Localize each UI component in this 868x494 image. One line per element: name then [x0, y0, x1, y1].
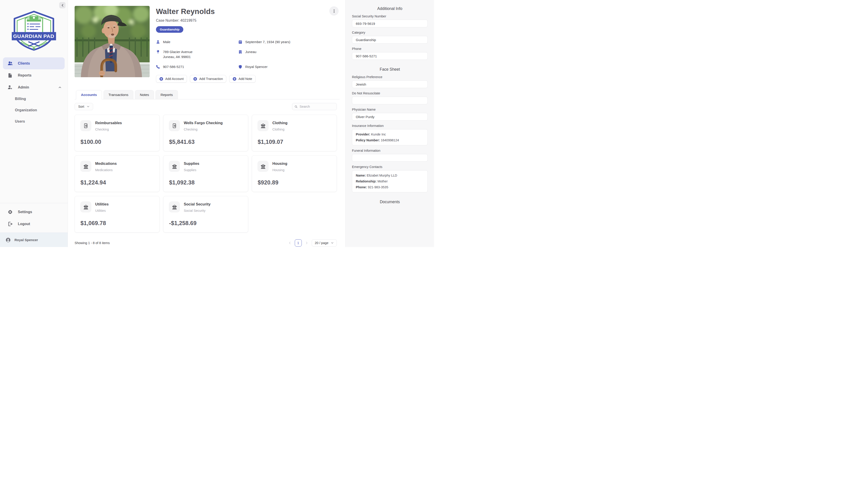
account-balance: $1,224.94 [80, 179, 106, 186]
category-field[interactable]: Guardianship [352, 36, 428, 43]
account-balance: $100.00 [80, 139, 101, 145]
funeral-field[interactable] [352, 154, 428, 162]
account-balance: $1,109.07 [258, 139, 283, 145]
tab-reports[interactable]: Reports [156, 90, 178, 99]
account-card[interactable]: Housing Housing $920.89 [252, 155, 337, 192]
sidebar-item-clients[interactable]: Clients [3, 57, 65, 69]
chevron-down-icon [87, 105, 90, 108]
sidebar-item-label: Admin [18, 86, 29, 90]
account-card[interactable]: Social Security Social Security -$1,258.… [163, 196, 248, 232]
sidebar-item-logout[interactable]: Logout [3, 218, 65, 230]
emergency-group: Emergency Contacts Name: Elizabet Murphy… [352, 165, 428, 192]
city-value: Juneau [245, 50, 256, 55]
sidebar-item-users[interactable]: Users [3, 116, 65, 127]
tab-notes[interactable]: Notes [135, 90, 154, 99]
birthdate-field: September 7, 1934 (90 years) [238, 39, 340, 45]
account-type: Medications [95, 168, 116, 172]
account-card[interactable]: Medications Medications $1,224.94 [75, 155, 160, 192]
plus-circle-icon [193, 77, 197, 81]
phone-group: Phone 907-586-5271 [352, 47, 428, 60]
gender-value: Male [163, 39, 170, 45]
guardian-value: Royal Spencer [245, 64, 267, 70]
page-number[interactable]: 1 [295, 239, 302, 247]
account-type: Checking [184, 128, 223, 131]
gear-icon [8, 210, 13, 214]
pager: 1 20 / page [288, 239, 337, 247]
account-balance: -$1,258.69 [169, 220, 197, 226]
quick-actions: Add Account Add Transaction Add Note [156, 75, 340, 83]
sidebar-item-organization[interactable]: Organization [3, 104, 65, 116]
account-type: Utilities [95, 209, 109, 212]
document-icon [8, 73, 13, 78]
case-number: Case Number: 40219975 [156, 19, 340, 23]
more-actions-button[interactable] [329, 6, 339, 16]
category-badge: Guardianship [156, 26, 183, 33]
brand-name: GUARDIAN PAD [13, 33, 54, 39]
search-box[interactable] [292, 103, 337, 110]
account-card[interactable]: Supplies Supplies $1,092.38 [163, 155, 248, 192]
account-card[interactable]: Reimbursables Checking $100.00 [75, 115, 160, 151]
account-balance: $1,069.78 [80, 220, 106, 226]
chevron-down-icon [331, 242, 333, 244]
accounts-grid: Reimbursables Checking $100.00 Wells Far… [75, 115, 340, 232]
tab-transactions[interactable]: Transactions [104, 90, 133, 99]
city-field: Juneau [238, 50, 340, 60]
dnr-field[interactable] [352, 97, 428, 104]
sidebar-collapse-button[interactable] [59, 2, 66, 8]
account-balance: $5,841.63 [169, 139, 195, 145]
bank-icon [169, 161, 180, 172]
category-group: Category Guardianship [352, 31, 428, 43]
phone-icon [156, 65, 160, 69]
account-type: Social Security [184, 209, 211, 212]
bank-icon [80, 161, 91, 172]
items-summary: Showing 1 - 8 of 8 items [75, 241, 110, 245]
sidebar-item-reports[interactable]: Reports [3, 69, 65, 81]
sidebar-item-settings[interactable]: Settings [3, 206, 65, 218]
search-input[interactable] [299, 104, 334, 109]
sidebar-subitem-label: Users [15, 119, 25, 124]
user-circle-icon [6, 238, 11, 243]
address-field: 789 Glacier Avenue Juneau, AK 99801 [156, 50, 238, 60]
funeral-label: Funeral Information [352, 149, 428, 152]
next-page-icon[interactable] [305, 241, 308, 245]
ssn-field[interactable]: 693-79-5619 [352, 20, 428, 27]
account-card[interactable]: Clothing Clothing $1,109.07 [252, 115, 337, 151]
add-transaction-button[interactable]: Add Transaction [190, 75, 226, 83]
main-content: Walter Reynolds Case Number: 40219975 Gu… [68, 0, 345, 247]
accounts-toolbar: Sort [75, 103, 337, 110]
calendar-icon [238, 40, 242, 44]
sidebar-item-billing[interactable]: Billing [3, 93, 65, 104]
physician-field[interactable]: Oliver Purdy [352, 113, 428, 120]
religious-field[interactable]: Jewish [352, 80, 428, 88]
religious-group: Religious Preference Jewish [352, 75, 428, 88]
sort-button[interactable]: Sort [75, 103, 93, 110]
emergency-box: Name: Elizabet Murphy LLD Relationship: … [352, 170, 428, 192]
sidebar-item-label: Settings [18, 210, 32, 214]
users-icon [8, 61, 13, 66]
account-type: Housing [272, 168, 287, 172]
sidebar-nav: Clients Reports Admin Billing Organizati… [0, 57, 68, 127]
previous-page-icon[interactable] [288, 241, 291, 245]
add-note-button[interactable]: Add Note [229, 75, 255, 83]
current-user[interactable]: Royal Spencer [0, 232, 68, 247]
bank-icon [80, 202, 91, 212]
account-card[interactable]: Utilities Utilities $1,069.78 [75, 196, 160, 232]
plus-circle-icon [233, 77, 236, 81]
add-account-button[interactable]: Add Account [156, 75, 187, 83]
wallet-icon [80, 120, 91, 131]
sidebar-item-admin[interactable]: Admin [3, 81, 65, 93]
tab-accounts[interactable]: Accounts [76, 90, 102, 99]
ssn-label: Social Security Number [352, 15, 428, 18]
sidebar-footer: Settings Logout [0, 203, 68, 230]
insurance-group: Insurance Information Provider: Kunde In… [352, 124, 428, 146]
account-card[interactable]: Wells Fargo Checking Checking $5,841.63 [163, 115, 248, 151]
dnr-label: Do Not Resuscitate [352, 92, 428, 95]
building-icon [238, 50, 242, 54]
chevron-left-icon [61, 4, 64, 7]
account-name: Social Security [184, 202, 211, 206]
page-size-select[interactable]: 20 / page [312, 239, 337, 247]
client-photo [75, 6, 150, 77]
phone-panel-field[interactable]: 907-586-5271 [352, 52, 428, 60]
category-label: Category [352, 31, 428, 34]
dnr-group: Do Not Resuscitate [352, 92, 428, 104]
